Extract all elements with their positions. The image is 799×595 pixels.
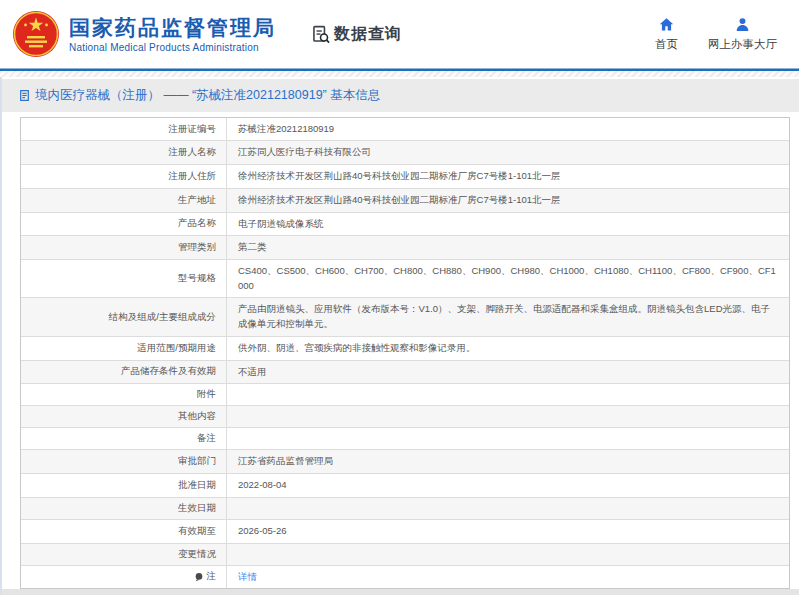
row-label: 产品储存条件及有效期 [21, 361, 227, 384]
row-label: 其他内容 [21, 406, 227, 427]
row-label: 型号规格 [21, 260, 227, 297]
breadcrumb-text: 境内医疗器械（注册） —— “苏械注准20212180919” 基本信息 [35, 87, 380, 104]
table-row: 注册人住所徐州经济技术开发区荆山路40号科技创业园二期标准厂房C7号楼1-101… [21, 165, 789, 189]
page: 国家药品监督管理局 National Medical Products Admi… [0, 0, 799, 595]
site-header: 国家药品监督管理局 National Medical Products Admi… [0, 0, 799, 68]
table-row: 附件 [21, 384, 789, 406]
row-value: 电子阴道镜成像系统 [227, 213, 789, 236]
row-label: 结构及组成/主要组成成分 [21, 298, 227, 335]
table-row: 适用范围/预期用途供外阴、阴道、宫颈疾病的非接触性观察和影像记录用。 [21, 337, 789, 361]
table-row: 产品名称电子阴道镜成像系统 [21, 213, 789, 237]
table-row: 注详情 [21, 566, 789, 589]
row-value: CS400、CS500、CH600、CH700、CH800、CH880、CH90… [227, 260, 789, 297]
row-value: 2022-08-04 [227, 474, 789, 497]
data-query-label: 数据查询 [334, 24, 402, 45]
main-content: 注册证编号苏械注准20212180919注册人名称江苏同人医疗电子科技有限公司注… [2, 112, 799, 590]
brand-subtitle: National Medical Products Administration [69, 42, 276, 53]
brand-title: 国家药品监督管理局 [69, 15, 276, 40]
row-label: 批准日期 [21, 474, 227, 497]
row-value: 苏械注准20212180919 [227, 118, 789, 141]
row-value [227, 498, 789, 519]
table-row: 结构及组成/主要组成成分产品由阴道镜头、应用软件（发布版本号：V1.0）、支架、… [21, 298, 789, 336]
table-row: 变更情况 [21, 544, 789, 566]
row-label: 注册人名称 [21, 141, 227, 164]
national-emblem-icon [12, 10, 60, 58]
user-icon [734, 16, 751, 33]
table-row: 注册证编号苏械注准20212180919 [21, 118, 789, 142]
row-value: 徐州经济技术开发区荆山路40号科技创业园二期标准厂房C7号楼1-101北一层 [227, 189, 789, 212]
nav-item-service-hall[interactable]: 网上办事大厅 [708, 16, 777, 52]
row-label: 生产地址 [21, 189, 227, 212]
table-row: 生产地址徐州经济技术开发区荆山路40号科技创业园二期标准厂房C7号楼1-101北… [21, 189, 789, 213]
header-nav: 首页 网上办事大厅 [655, 16, 777, 52]
table-row: 型号规格CS400、CS500、CH600、CH700、CH800、CH880、… [21, 260, 789, 298]
row-label: 注册人住所 [21, 165, 227, 188]
row-value: 不适用 [227, 361, 789, 384]
row-label: 管理类别 [21, 236, 227, 259]
row-value: 供外阴、阴道、宫颈疾病的非接触性观察和影像记录用。 [227, 337, 789, 360]
row-label: 附件 [21, 384, 227, 405]
row-value [227, 406, 789, 427]
row-label: 备注 [21, 428, 227, 449]
row-label: 有效期至 [21, 520, 227, 543]
table-row: 批准日期2022-08-04 [21, 474, 789, 498]
row-value: 江苏省药品监督管理局 [227, 450, 789, 473]
breadcrumb: 境内医疗器械（注册） —— “苏械注准20212180919” 基本信息 [2, 79, 799, 112]
footer-strip [2, 589, 799, 595]
nav-label-home: 首页 [655, 37, 678, 52]
row-label: 变更情况 [21, 544, 227, 565]
note-icon [194, 572, 204, 582]
data-query-section[interactable]: 数据查询 [310, 24, 402, 45]
table-row: 生效日期 [21, 498, 789, 520]
document-icon [18, 89, 31, 102]
row-value [227, 428, 789, 449]
row-label: 注 [21, 566, 227, 589]
row-value: 江苏同人医疗电子科技有限公司 [227, 141, 789, 164]
table-row: 注册人名称江苏同人医疗电子科技有限公司 [21, 141, 789, 165]
nav-label-service-hall: 网上办事大厅 [708, 37, 777, 52]
row-label: 适用范围/预期用途 [21, 337, 227, 360]
table-row: 有效期至2026-05-26 [21, 520, 789, 544]
table-row: 管理类别第二类 [21, 236, 789, 260]
row-value [227, 384, 789, 405]
row-value: 2026-05-26 [227, 520, 789, 543]
table-row: 备注 [21, 428, 789, 450]
table-row: 其他内容 [21, 406, 789, 428]
brand: 国家药品监督管理局 National Medical Products Admi… [69, 15, 276, 53]
row-label: 注册证编号 [21, 118, 227, 141]
details-link[interactable]: 详情 [238, 570, 257, 585]
content-area: 境内医疗器械（注册） —— “苏械注准20212180919” 基本信息 注册证… [0, 77, 799, 595]
home-icon [658, 16, 675, 33]
row-value: 第二类 [227, 236, 789, 259]
row-value [227, 544, 789, 565]
row-label: 产品名称 [21, 213, 227, 236]
nav-item-home[interactable]: 首页 [655, 16, 678, 52]
row-label: 生效日期 [21, 498, 227, 519]
table-row: 产品储存条件及有效期不适用 [21, 361, 789, 385]
row-value: 详情 [227, 566, 789, 589]
row-value: 产品由阴道镜头、应用软件（发布版本号：V1.0）、支架、脚踏开关、电源适配器和采… [227, 298, 789, 335]
document-search-icon [310, 24, 331, 45]
row-value: 徐州经济技术开发区荆山路40号科技创业园二期标准厂房C7号楼1-101北一层 [227, 165, 789, 188]
row-label: 审批部门 [21, 450, 227, 473]
table-row: 审批部门江苏省药品监督管理局 [21, 450, 789, 474]
registration-info-table: 注册证编号苏械注准20212180919注册人名称江苏同人医疗电子科技有限公司注… [20, 117, 790, 590]
